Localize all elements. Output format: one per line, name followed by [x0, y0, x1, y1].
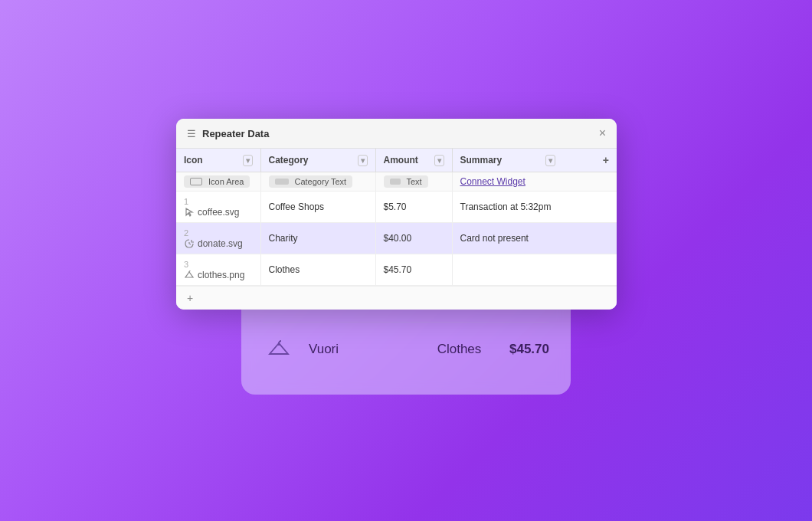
repeater-modal: ☰ Repeater Data × Icon ▾ Category ▾	[176, 119, 617, 310]
modal-table: Icon ▾ Category ▾ Amount ▾	[176, 149, 617, 286]
col-sort-icon[interactable]: ▾	[243, 155, 253, 166]
tx-category-clothes: Clothes	[409, 342, 509, 357]
row1-num-icon-cell: 1 coffee.svg	[176, 192, 260, 223]
transaction-row: Vuori Clothes $45.70	[263, 323, 549, 376]
col-sort-icon[interactable]: ▾	[545, 155, 555, 166]
row2-category-cell: Charity	[260, 223, 375, 254]
subheader-category-cell: Category Text	[260, 172, 375, 192]
category-text-pill: Category Text	[269, 175, 353, 188]
hanger-icon	[263, 333, 295, 365]
tx-amount-clothes: $45.70	[509, 342, 549, 357]
row2-summary-cell: Card not present	[452, 223, 617, 254]
table-row: 1 coffee.svg Coffee Shops $5.70 Transact…	[176, 192, 617, 223]
repeater-icon: ☰	[187, 128, 196, 139]
row1-amount-cell: $5.70	[375, 192, 452, 223]
row3-num-icon-cell: 3 clothes.png	[176, 254, 260, 286]
col-sort-icon[interactable]: ▾	[434, 155, 444, 166]
subheader-summary-cell: Connect Widget	[452, 172, 617, 192]
col-header-amount: Amount ▾	[375, 149, 452, 172]
row1-category-cell: Coffee Shops	[260, 192, 375, 223]
text-icon	[275, 179, 289, 185]
add-column-button[interactable]: +	[598, 154, 609, 166]
subheader-amount-cell: Text	[375, 172, 452, 192]
table-row: 3 clothes.png Clothes $45.70	[176, 254, 617, 286]
row3-file-name: clothes.png	[184, 270, 253, 280]
icon-box	[190, 178, 202, 185]
subheader-icon-cell: Icon Area	[176, 172, 260, 192]
table-row: 2 donate.svg Charity $40.00 Card not pre…	[176, 223, 617, 254]
hanger-icon-sm	[184, 270, 195, 280]
modal-footer: +	[176, 286, 617, 310]
modal-title: Repeater Data	[202, 128, 269, 139]
text-icon	[390, 179, 401, 185]
col-sort-icon[interactable]: ▾	[358, 155, 368, 166]
row1-file-name: coffee.svg	[184, 207, 253, 218]
col-header-summary: Summary ▾ +	[452, 149, 617, 172]
row2-amount-cell: $40.00	[375, 223, 452, 254]
col-header-category: Category ▾	[260, 149, 375, 172]
cursor-icon	[184, 207, 195, 218]
row2-file-name: donate.svg	[184, 238, 253, 249]
subheader-row: Icon Area Category Text Text Co	[176, 172, 617, 192]
modal-title-group: ☰ Repeater Data	[187, 128, 269, 139]
tx-name-vuori: Vuori	[309, 342, 409, 357]
col-header-icon: Icon ▾	[176, 149, 260, 172]
modal-close-button[interactable]: ×	[599, 126, 606, 140]
row3-amount-cell: $45.70	[375, 254, 452, 286]
icon-area-pill: Icon Area	[184, 175, 250, 188]
icon-sm	[184, 238, 195, 249]
row3-category-cell: Clothes	[260, 254, 375, 286]
row1-summary-cell: Transaction at 5:32pm	[452, 192, 617, 223]
connect-widget-link[interactable]: Connect Widget	[460, 176, 526, 187]
row2-num-icon-cell: 2 donate.svg	[176, 223, 260, 254]
row3-summary-cell	[452, 254, 617, 286]
modal-header: ☰ Repeater Data ×	[176, 119, 617, 149]
amount-text-pill: Text	[384, 175, 428, 188]
add-row-button[interactable]: +	[187, 292, 193, 304]
